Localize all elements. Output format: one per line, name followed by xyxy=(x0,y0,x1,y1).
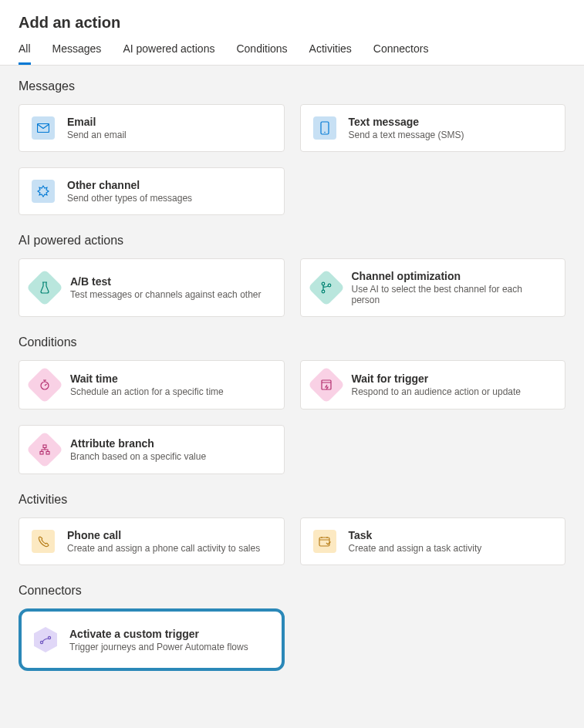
section-title-conditions: Conditions xyxy=(19,335,565,349)
task-icon xyxy=(313,530,336,553)
svg-point-2 xyxy=(324,132,326,133)
tab-ai-powered-actions[interactable]: AI powered actions xyxy=(123,42,214,65)
card-desc: Branch based on a specific value xyxy=(70,451,206,462)
card-phone-call[interactable]: Phone call Create and assign a phone cal… xyxy=(19,517,285,565)
card-title: Task xyxy=(349,529,482,541)
card-title: Text message xyxy=(349,116,464,128)
card-desc: Use AI to select the best channel for ea… xyxy=(352,284,553,305)
card-desc: Trigger journeys and Power Automate flow… xyxy=(69,642,248,652)
card-desc: Send an email xyxy=(67,130,127,140)
stopwatch-icon xyxy=(26,366,63,403)
card-desc: Schedule an action for a specific time xyxy=(70,386,224,397)
svg-point-13 xyxy=(48,636,50,639)
tab-connectors[interactable]: Connectors xyxy=(373,42,429,65)
svg-rect-9 xyxy=(40,452,43,455)
phone-icon xyxy=(313,116,336,140)
card-desc: Respond to an audience action or update xyxy=(352,386,522,397)
branch-icon xyxy=(307,269,344,306)
svg-rect-7 xyxy=(322,380,331,389)
card-wait-time[interactable]: Wait time Schedule an action for a speci… xyxy=(19,360,285,410)
card-title: Activate a custom trigger xyxy=(69,628,248,640)
tab-activities[interactable]: Activities xyxy=(309,42,352,65)
card-attribute-branch[interactable]: Attribute branch Branch based on a speci… xyxy=(19,425,285,474)
page-title: Add an action xyxy=(19,14,565,32)
svg-point-6 xyxy=(41,382,49,389)
card-channel-optimization[interactable]: Channel optimization Use AI to select th… xyxy=(300,258,566,317)
card-text-message[interactable]: Text message Send a text message (SMS) xyxy=(300,104,566,152)
card-ab-test[interactable]: A/B test Test messages or channels again… xyxy=(19,258,285,317)
card-title: Wait for trigger xyxy=(352,372,522,385)
card-title: Wait time xyxy=(70,372,224,385)
trigger-icon xyxy=(307,366,344,403)
tab-conditions[interactable]: Conditions xyxy=(236,42,287,65)
section-title-ai: AI powered actions xyxy=(19,234,565,248)
card-desc: Send other types of messages xyxy=(67,193,192,204)
tree-icon xyxy=(26,431,63,468)
card-title: A/B test xyxy=(70,275,261,288)
tab-all[interactable]: All xyxy=(19,42,31,65)
card-title: Phone call xyxy=(67,529,260,541)
plugin-icon xyxy=(32,180,55,203)
section-title-activities: Activities xyxy=(19,493,565,507)
section-title-connectors: Connectors xyxy=(19,584,565,598)
card-desc: Send a text message (SMS) xyxy=(349,130,464,140)
mail-icon xyxy=(32,116,55,140)
tab-messages[interactable]: Messages xyxy=(52,42,102,65)
svg-point-5 xyxy=(322,290,325,293)
card-desc: Create and assign a task activity xyxy=(349,543,482,554)
card-task[interactable]: Task Create and assign a task activity xyxy=(300,517,566,565)
card-title: Channel optimization xyxy=(352,270,553,282)
flow-icon xyxy=(34,627,57,652)
card-title: Email xyxy=(67,116,127,128)
svg-rect-8 xyxy=(43,445,46,448)
beaker-icon xyxy=(26,269,63,306)
card-email[interactable]: Email Send an email xyxy=(19,104,285,152)
card-activate-custom-trigger[interactable]: Activate a custom trigger Trigger journe… xyxy=(19,608,285,671)
card-wait-for-trigger[interactable]: Wait for trigger Respond to an audience … xyxy=(300,360,566,410)
card-desc: Test messages or channels against each o… xyxy=(70,289,261,300)
svg-point-12 xyxy=(40,641,42,643)
tabs-bar: All Messages AI powered actions Conditio… xyxy=(19,42,565,65)
call-icon xyxy=(32,530,55,553)
svg-rect-10 xyxy=(46,452,49,455)
section-title-messages: Messages xyxy=(19,79,565,93)
card-other-channel[interactable]: Other channel Send other types of messag… xyxy=(19,167,285,215)
card-desc: Create and assign a phone call activity … xyxy=(67,543,260,554)
card-title: Attribute branch xyxy=(70,437,206,450)
svg-point-3 xyxy=(322,282,325,285)
card-title: Other channel xyxy=(67,179,192,191)
